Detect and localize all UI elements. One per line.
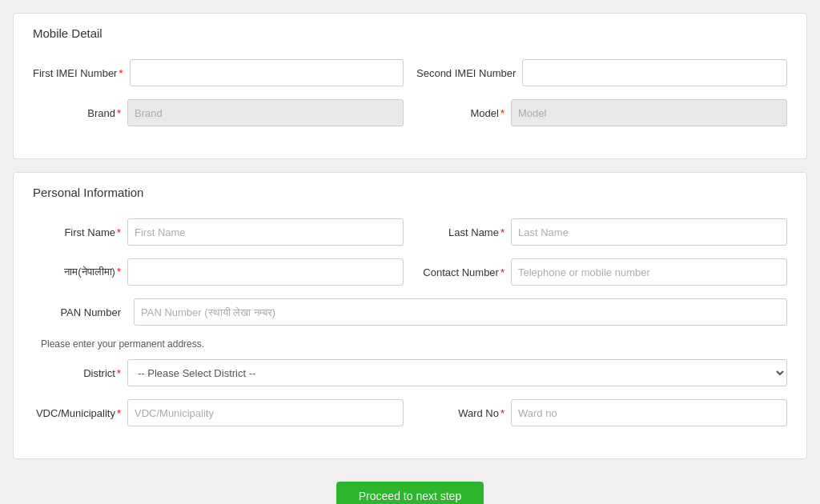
model-input[interactable]: [511, 99, 787, 126]
first-imei-input[interactable]: [130, 59, 404, 86]
brand-input[interactable]: [127, 99, 404, 126]
first-name-group: First Name*: [33, 218, 404, 246]
brand-model-row: Brand* Model*: [33, 99, 787, 126]
brand-label: Brand*: [33, 107, 121, 119]
ward-input[interactable]: [511, 399, 787, 426]
first-name-label: First Name*: [33, 226, 121, 238]
model-group: Model*: [416, 99, 787, 126]
proceed-button[interactable]: Proceed to next step: [336, 482, 484, 504]
mobile-detail-section: Mobile Detail First IMEI Number* Second …: [13, 13, 807, 159]
personal-info-title: Personal Information: [33, 186, 787, 202]
brand-required: *: [117, 107, 121, 119]
first-name-required: *: [117, 226, 121, 238]
model-label: Model*: [416, 107, 504, 119]
button-row: Proceed to next step: [13, 475, 807, 504]
contact-required: *: [500, 266, 504, 278]
nepali-name-required: *: [117, 266, 121, 278]
contact-group: Contact Number*: [416, 258, 787, 286]
district-label: District*: [33, 367, 121, 379]
district-required: *: [117, 367, 121, 379]
nepali-name-group: नाम(नेपालीमा)*: [33, 258, 404, 286]
first-imei-label: First IMEI Number*: [33, 67, 123, 79]
ward-group: Ward No*: [416, 399, 787, 426]
district-select[interactable]: -- Please Select District --: [127, 359, 787, 386]
mobile-detail-title: Mobile Detail: [33, 26, 787, 43]
vdc-ward-row: VDC/Municipality* Ward No*: [33, 399, 787, 426]
last-name-required: *: [500, 226, 504, 238]
second-imei-group: Second IMEI Number: [416, 59, 787, 86]
name-row: First Name* Last Name*: [33, 218, 787, 246]
vdc-input[interactable]: [127, 399, 404, 426]
last-name-label: Last Name*: [416, 226, 504, 238]
ward-label: Ward No*: [416, 407, 504, 419]
pan-row: PAN Number: [33, 298, 787, 326]
model-required: *: [500, 107, 504, 119]
nepali-contact-row: नाम(नेपालीमा)* Contact Number*: [33, 258, 787, 286]
personal-info-section: Personal Information First Name* Last Na…: [13, 172, 807, 459]
imei-row: First IMEI Number* Second IMEI Number: [33, 59, 787, 86]
contact-label: Contact Number*: [416, 266, 504, 278]
second-imei-label: Second IMEI Number: [416, 67, 516, 79]
nepali-name-input[interactable]: [127, 258, 404, 286]
district-row: District* -- Please Select District --: [33, 359, 787, 386]
pan-input[interactable]: [134, 298, 787, 326]
vdc-required: *: [117, 407, 121, 419]
brand-group: Brand*: [33, 99, 404, 126]
last-name-input[interactable]: [511, 218, 787, 246]
first-imei-required: *: [119, 67, 123, 79]
second-imei-input[interactable]: [522, 59, 787, 86]
first-name-input[interactable]: [127, 218, 404, 246]
address-note: Please enter your permanent address.: [33, 338, 787, 350]
contact-input[interactable]: [511, 258, 787, 286]
ward-required: *: [500, 407, 504, 419]
first-imei-group: First IMEI Number*: [33, 59, 404, 86]
last-name-group: Last Name*: [416, 218, 787, 246]
pan-label: PAN Number: [33, 306, 121, 318]
vdc-group: VDC/Municipality*: [33, 399, 404, 426]
nepali-name-label: नाम(नेपालीमा)*: [33, 266, 121, 278]
vdc-label: VDC/Municipality*: [33, 407, 121, 419]
